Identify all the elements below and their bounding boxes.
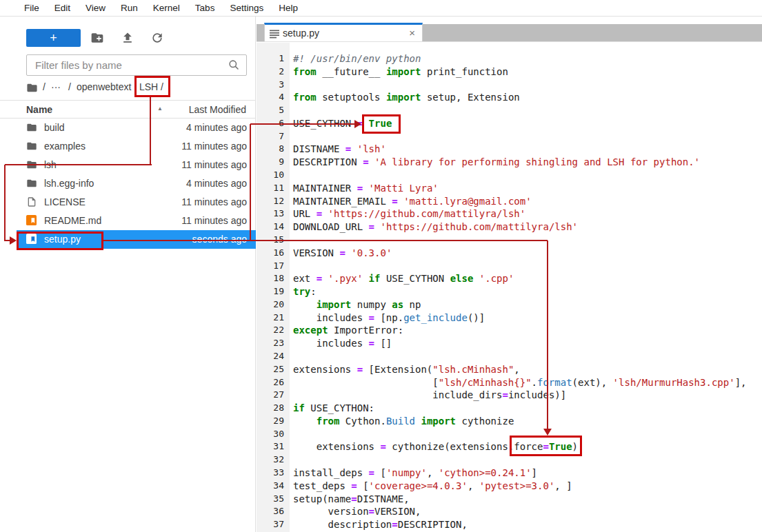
file-listing: build4 minutes agoexamples11 minutes ago…: [0, 119, 255, 249]
new-folder-icon[interactable]: [90, 31, 104, 45]
line-number: 13: [257, 207, 284, 221]
folder-icon: [26, 159, 37, 170]
code-content[interactable]: #! /usr/bin/env pythonfrom __future__ im…: [290, 43, 762, 532]
breadcrumb-item-lsh[interactable]: LSH /: [139, 81, 163, 92]
line-number: 10: [257, 169, 284, 182]
breadcrumb-separator: /: [68, 81, 71, 92]
breadcrumb-ellipsis[interactable]: ···: [51, 81, 61, 92]
tab-close-icon[interactable]: ×: [409, 27, 415, 39]
code-line-26: ["lsh/cMinhash{}".format(ext), 'lsh/Murm…: [293, 376, 762, 389]
home-folder-icon[interactable]: [26, 82, 38, 94]
code-line-7: [293, 130, 762, 143]
code-line-27: include_dirs=includes)]: [293, 389, 762, 402]
file-browser-toolbar: +: [0, 25, 255, 52]
menu-kernel[interactable]: Kernel: [146, 3, 188, 13]
line-number: 30: [257, 428, 284, 441]
code-line-29: from Cython.Build import cythonize: [293, 415, 762, 428]
code-line-13: URL = 'https://github.com/mattilyra/lsh': [293, 207, 762, 221]
code-line-5: [293, 104, 762, 117]
filter-files-field[interactable]: [26, 54, 247, 76]
file-row-build[interactable]: build4 minutes ago: [0, 119, 256, 137]
line-number: 29: [257, 415, 284, 428]
code-line-23: includes = []: [293, 337, 762, 350]
file-row-README.md[interactable]: README.md11 minutes ago: [0, 212, 256, 230]
code-line-25: extensions = [Extension("lsh.cMinhash",: [293, 363, 762, 376]
code-editor[interactable]: 1234567891011121314151617181920212223242…: [257, 43, 762, 532]
file-name: setup.py: [44, 234, 81, 245]
code-line-36: version=VERSION,: [293, 505, 762, 518]
search-icon: [228, 59, 240, 71]
folder-icon: [26, 122, 37, 133]
line-number: 15: [257, 234, 284, 247]
line-number: 20: [257, 298, 284, 311]
code-line-35: setup(name=DISTNAME,: [293, 493, 762, 506]
line-number: 3: [257, 79, 284, 92]
menu-file[interactable]: File: [17, 3, 47, 13]
markdown-icon: [26, 215, 37, 226]
breadcrumb-separator: /: [43, 81, 46, 92]
file-row-LICENSE[interactable]: LICENSE11 minutes ago: [0, 193, 256, 212]
line-number: 19: [257, 285, 284, 298]
code-line-4: from setuptools import setup, Extension: [293, 91, 762, 104]
line-number: 37: [257, 518, 284, 531]
editor-panel: setup.py × 12345678910111213141516171819…: [257, 17, 762, 532]
code-line-6: USE_CYTHON = True: [293, 117, 762, 130]
code-line-28: if USE_CYTHON:: [293, 402, 762, 415]
code-line-18: ext = '.pyx' if USE_CYTHON else '.cpp': [293, 272, 762, 285]
file-name: README.md: [44, 215, 101, 226]
new-launcher-button[interactable]: +: [26, 29, 81, 47]
code-line-24: [293, 350, 762, 363]
listing-header: Name ▲ Last Modified: [0, 100, 255, 119]
line-number: 8: [257, 143, 284, 156]
file-modified: 11 minutes ago: [181, 196, 247, 207]
line-number: 25: [257, 363, 284, 376]
sort-ascending-icon: ▲: [157, 105, 163, 112]
upload-icon[interactable]: [121, 31, 134, 45]
line-number: 4: [257, 91, 284, 104]
menu-view[interactable]: View: [78, 3, 113, 13]
code-line-15: [293, 234, 762, 247]
menu-help[interactable]: Help: [271, 3, 305, 13]
breadcrumb-item-openwebtext[interactable]: openwebtext: [77, 81, 131, 92]
menu-edit[interactable]: Edit: [47, 3, 78, 13]
name-column-header[interactable]: Name: [26, 104, 52, 115]
code-line-2: from __future__ import print_function: [293, 65, 762, 79]
refresh-icon[interactable]: [150, 31, 164, 45]
file-row-setup.py[interactable]: setup.pyseconds ago: [17, 230, 256, 249]
file-modified: 11 minutes ago: [181, 215, 247, 226]
menu-settings[interactable]: Settings: [222, 3, 271, 13]
line-number: 27: [257, 389, 284, 402]
filter-files-input[interactable]: [26, 54, 247, 76]
code-line-8: DISTNAME = 'lsh': [293, 143, 762, 156]
line-number-gutter: 1234567891011121314151617181920212223242…: [257, 43, 290, 532]
file-name: lsh: [44, 159, 57, 170]
file-modified: 11 minutes ago: [181, 141, 247, 152]
menu-run[interactable]: Run: [113, 3, 146, 13]
tab-bar: setup.py ×: [257, 17, 762, 42]
file-name: build: [44, 122, 65, 133]
line-number: 12: [257, 195, 284, 208]
line-number: 32: [257, 453, 284, 467]
last-modified-column-header[interactable]: Last Modified: [189, 104, 246, 115]
line-number: 28: [257, 402, 284, 415]
file-row-lsh.egg-info[interactable]: lsh.egg-info4 minutes ago: [0, 174, 256, 193]
code-line-21: includes = [np.get_include()]: [293, 311, 762, 325]
tab-setup-py[interactable]: setup.py ×: [264, 23, 423, 41]
file-row-examples[interactable]: examples11 minutes ago: [0, 137, 256, 156]
code-line-34: test_deps = ['coverage>=4.0.3', 'pytest>…: [293, 480, 762, 493]
menu-tabs[interactable]: Tabs: [188, 3, 223, 13]
line-number: 18: [257, 272, 284, 285]
file-icon: [26, 196, 37, 207]
code-line-1: #! /usr/bin/env python: [293, 52, 762, 65]
line-number: 22: [257, 324, 284, 337]
code-line-14: DOWNLOAD_URL = 'https://github.com/matti…: [293, 221, 762, 234]
line-number: 5: [257, 104, 284, 117]
code-line-3: [293, 79, 762, 92]
file-row-lsh[interactable]: lsh11 minutes ago: [0, 156, 256, 174]
line-number: 31: [257, 440, 284, 453]
line-number: 9: [257, 156, 284, 169]
folder-icon: [26, 178, 37, 189]
file-modified: 11 minutes ago: [181, 159, 247, 170]
code-line-32: [293, 453, 762, 467]
code-line-37: description=DESCRIPTION,: [293, 518, 762, 531]
